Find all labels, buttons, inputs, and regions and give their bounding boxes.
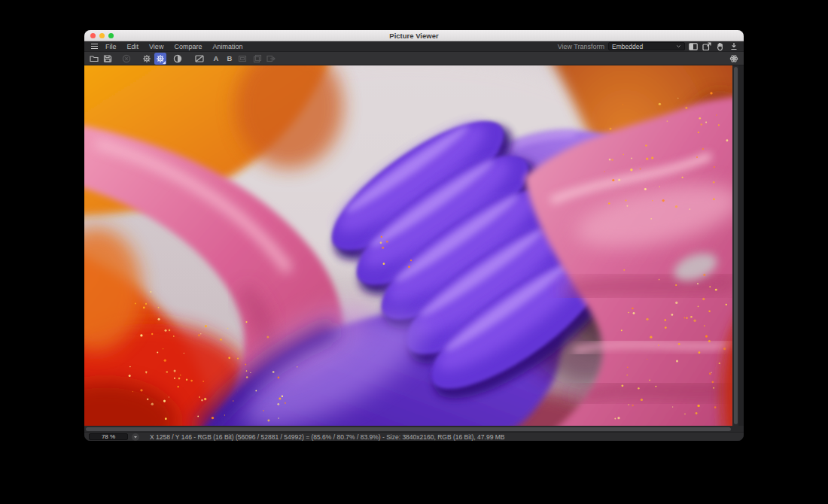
image-canvas[interactable] [84, 65, 732, 426]
menu-view[interactable]: View [144, 43, 169, 50]
contrast-icon [173, 54, 182, 63]
letter-b-button[interactable]: B [224, 53, 236, 65]
menu-animation[interactable]: Animation [207, 43, 248, 50]
dock-arrow-icon[interactable] [729, 42, 738, 51]
split-view-icon[interactable] [688, 42, 698, 51]
frame-button[interactable] [236, 53, 248, 65]
vertical-scrollbar[interactable] [732, 65, 738, 426]
layers-button[interactable] [251, 53, 263, 65]
close-circle-icon [122, 54, 131, 63]
gear-cross-icon [142, 54, 151, 63]
render-settings-icon [729, 54, 738, 63]
horizontal-scrollbar-row [84, 426, 744, 432]
window-frame-edge [738, 65, 744, 426]
menu-file[interactable]: File [100, 43, 122, 50]
gear-button[interactable] [154, 53, 166, 65]
chevron-down-icon [133, 435, 138, 439]
view-transform-select[interactable]: Embedded [608, 42, 685, 50]
chevron-down-icon [676, 44, 681, 49]
hamburger-menu-icon[interactable] [88, 44, 100, 49]
menu-compare[interactable]: Compare [169, 43, 207, 50]
open-file-button[interactable] [88, 53, 100, 65]
gear-icon [156, 54, 165, 63]
render-settings-button[interactable] [728, 53, 740, 65]
view-transform-label: View Transform [558, 43, 604, 50]
close-circle-button[interactable] [120, 53, 132, 65]
save-icon [103, 54, 112, 63]
pan-hand-icon[interactable] [715, 42, 725, 51]
zoom-level-input[interactable]: 78 % [89, 433, 128, 440]
toolbar-buttons: AB [88, 53, 277, 65]
toolbar: AB [84, 52, 744, 65]
letter-a-button[interactable]: A [210, 53, 222, 65]
external-window-icon[interactable] [702, 42, 711, 51]
zoom-dropdown-button[interactable] [132, 433, 139, 441]
export-button[interactable] [265, 53, 277, 65]
gear-cross-button[interactable] [141, 53, 153, 65]
window-title: Picture Viewer [84, 32, 744, 40]
export-icon [266, 54, 275, 63]
menu-edit[interactable]: Edit [122, 43, 145, 50]
swap-ab-button[interactable] [193, 53, 205, 65]
picture-viewer-window: Picture Viewer FileEditViewCompareAnimat… [84, 30, 744, 441]
layers-icon [253, 54, 262, 63]
contrast-button[interactable] [172, 53, 184, 65]
vertical-scrollbar-thumb[interactable] [734, 67, 738, 424]
menu-bar: FileEditViewCompareAnimation View Transf… [84, 41, 744, 52]
swap-ab-icon [195, 54, 204, 63]
title-bar[interactable]: Picture Viewer [84, 30, 744, 41]
image-viewport [84, 65, 744, 426]
menu-items: FileEditViewCompareAnimation [100, 43, 248, 50]
status-bar: 78 % X 1258 / Y 146 - RGB (16 Bit) (5609… [84, 432, 744, 441]
horizontal-scrollbar-thumb[interactable] [86, 427, 731, 431]
menubar-icon-group [688, 42, 738, 51]
save-button[interactable] [102, 53, 114, 65]
pixel-info-text: X 1258 / Y 146 - RGB (16 Bit) (56096 / 5… [150, 433, 504, 441]
rendered-image [84, 65, 732, 426]
open-file-icon [90, 54, 99, 63]
view-transform-value: Embedded [612, 43, 676, 50]
horizontal-scrollbar[interactable] [84, 426, 732, 432]
frame-icon [238, 54, 247, 63]
